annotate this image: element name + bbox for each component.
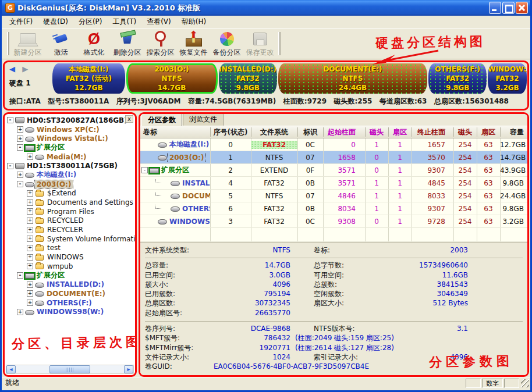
toolbar-button[interactable]: 备份分区 <box>210 28 243 59</box>
partition-block[interactable]: OTHERS(F:) FAT32 9.8GB <box>428 63 487 94</box>
partition-block[interactable]: WINDOWS98(W:) FAT32 3.2GB <box>488 63 527 94</box>
column-header[interactable]: 容量 <box>500 126 527 138</box>
tree-expander[interactable]: + <box>17 309 23 315</box>
tab[interactable]: 浏览文件 <box>183 113 224 126</box>
table-row[interactable]: - 扩展分区 2 EXTEND 0F 3571 0 1 9307 254 63 <box>140 164 527 177</box>
tree-item[interactable]: + Program Files <box>5 207 135 216</box>
toolbar-button[interactable]: 恢复文件 <box>177 28 210 59</box>
table-row[interactable]: 2003(O:) 1 NTFS 07 1658 0 1 3570 254 63 … <box>140 151 527 164</box>
partition-block[interactable]: DOCUMENT(E:) NTFS 24.4GB <box>278 63 427 94</box>
column-header[interactable]: 文件系统 <box>251 126 297 138</box>
column-header[interactable]: 终止柱面 <box>412 126 453 138</box>
tree-item[interactable]: - 扩展分区 <box>5 143 135 152</box>
tree-expander[interactable]: + <box>27 290 33 297</box>
scrollbar-thumb[interactable] <box>49 365 90 373</box>
tree-item[interactable]: + Windows XP(C:) <box>5 125 135 134</box>
minimize-button[interactable] <box>489 2 501 14</box>
toolbar-button[interactable]: 删除分区 <box>111 28 144 59</box>
column-header[interactable]: 磁头 <box>453 126 477 138</box>
tree-item[interactable]: + INSTALLED(D:) <box>5 280 135 289</box>
tree-expander[interactable]: + <box>27 281 33 288</box>
tree-expander[interactable]: + <box>27 300 33 306</box>
toolbar-button[interactable]: 格式化 <box>77 28 111 59</box>
tree-item[interactable]: + WINDOWS <box>5 252 135 262</box>
maximize-button[interactable] <box>502 2 515 14</box>
tree-item[interactable]: + $Extend <box>5 189 135 198</box>
tree-item[interactable]: - HD1:ST380011A(75GB) <box>5 161 135 170</box>
tree-item[interactable]: + OTHERS(F:) <box>5 298 135 308</box>
menu-item[interactable]: 分区(P) <box>73 16 108 28</box>
close-button[interactable] <box>516 2 528 14</box>
filesystem-cell: FAT32 <box>251 141 297 149</box>
scroll-left-icon[interactable]: ◂ <box>6 365 16 373</box>
tree-expander[interactable]: + <box>27 254 33 261</box>
resize-grip[interactable] <box>521 379 529 387</box>
tree-expander[interactable]: - <box>17 272 23 279</box>
tree-item[interactable]: + DOCUMENT(E:) <box>5 289 135 298</box>
tree-item[interactable]: - HD0:ST3200827A(186GB) <box>5 116 135 125</box>
partition-block[interactable]: INSTALLED(D:) FAT32 9.8GB <box>219 63 277 94</box>
titlebar[interactable]: G DiskGenius[原名: DiskMan] V3.2.2010 标准版 <box>2 0 530 16</box>
tree-item[interactable]: - 2003(O:) <box>5 180 135 189</box>
partition-block[interactable]: 2003(O:) NTFS 14.7GB <box>126 63 218 94</box>
prev-disk-arrow[interactable]: ◀ <box>9 65 17 73</box>
toolbar-button[interactable]: 搜索分区 <box>144 28 177 59</box>
tree-item[interactable]: + WINDOWS98(W:) <box>5 307 135 316</box>
tree-expander[interactable]: + <box>27 218 33 224</box>
table-row[interactable]: 本地磁盘(I:) 0 FAT32 0C 0 1 1 1657 254 63 12… <box>140 138 527 151</box>
tree-item[interactable]: + Documents and Settings <box>5 198 135 207</box>
column-header[interactable]: 起始柱面 <box>323 126 365 138</box>
column-header[interactable]: 序号(状态) <box>210 126 251 138</box>
tree-expander[interactable]: - <box>7 117 13 123</box>
tree-expander[interactable]: + <box>17 136 23 142</box>
scrollbar-track[interactable] <box>16 365 124 373</box>
scroll-right-icon[interactable]: ▸ <box>124 365 133 373</box>
tree-item[interactable]: + System Volume Informati <box>5 234 135 244</box>
tree-expander[interactable]: + <box>17 172 23 178</box>
tree-item[interactable]: + Windows Vista(L:) <box>5 134 135 143</box>
tree-item[interactable]: + test <box>5 244 135 253</box>
tree-item[interactable]: + wmpub <box>5 262 135 271</box>
menu-item[interactable]: 工具(T) <box>107 16 141 28</box>
tree-item[interactable]: + 本地磁盘(I:) <box>5 170 135 180</box>
tree-expander[interactable]: + <box>27 208 33 215</box>
tree-item[interactable]: + Media(M:) <box>5 152 135 162</box>
next-disk-arrow[interactable]: ▶ <box>22 65 30 73</box>
tree-expander[interactable]: - <box>7 163 13 169</box>
table-row[interactable]: WINDOWS98(W:) 3 FAT32 0C 9308 0 1 9728 2… <box>140 215 527 228</box>
tree-expander[interactable]: + <box>27 190 33 197</box>
tree-panel-close-icon[interactable]: x <box>125 115 133 123</box>
menu-item[interactable]: 硬盘(D) <box>38 16 73 28</box>
toolbar-button[interactable]: 保存更改 <box>243 28 276 59</box>
column-header[interactable]: 卷标 <box>140 126 210 138</box>
column-header[interactable]: 磁头 <box>365 126 388 138</box>
table-row[interactable]: INSTALLED(D:) 4 FAT32 0B 3571 1 1 4845 2… <box>140 177 527 190</box>
tree-item[interactable]: + RECYCLER <box>5 225 135 234</box>
row-expander[interactable]: - <box>141 167 148 173</box>
partition-block[interactable]: 本地磁盘(I:) FAT32 (活动) 12.7GB <box>52 63 125 94</box>
tree-item[interactable]: + RECYCLED <box>5 216 135 226</box>
tab[interactable]: 分区参数 <box>141 113 182 126</box>
menu-item[interactable]: 帮助(H) <box>176 16 211 28</box>
menu-item[interactable]: 查看(V) <box>141 16 176 28</box>
column-header[interactable]: 扇区 <box>388 126 412 138</box>
tree-expander[interactable]: + <box>27 245 33 251</box>
tree-expander[interactable]: + <box>17 126 23 133</box>
tree-expander[interactable]: + <box>27 199 33 206</box>
tree-expander[interactable]: - <box>17 181 23 187</box>
column-header[interactable]: 扇区 <box>477 126 500 138</box>
tree-expander[interactable]: + <box>27 263 33 269</box>
toolbar-button[interactable]: 新建分区 <box>11 28 44 59</box>
tree-expander[interactable]: + <box>27 236 33 242</box>
table-row[interactable]: OTHERS(F:) 6 FAT32 0B 8034 1 1 9307 254 … <box>140 202 527 215</box>
tree-expander[interactable]: + <box>27 227 33 233</box>
tree-expander[interactable]: - <box>17 144 23 151</box>
tree-expander[interactable]: + <box>27 154 33 160</box>
tree-item-icon <box>25 137 34 142</box>
table-row[interactable]: DOCUMENT(E:) 5 NTFS 07 4846 1 1 8033 254… <box>140 190 527 202</box>
toolbar-button[interactable]: 激活 <box>44 28 77 59</box>
column-header[interactable]: 标识 <box>297 126 323 138</box>
menu-item[interactable]: 文件(F) <box>4 16 38 28</box>
tree-horizontal-scrollbar[interactable]: ◂ ▸ <box>6 365 134 374</box>
tree-item[interactable]: - 扩展分区 <box>5 271 135 280</box>
